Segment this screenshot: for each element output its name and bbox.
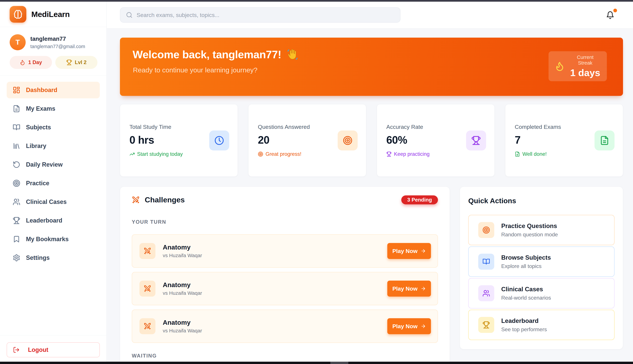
sidebar-item-leaderboard[interactable]: Leaderboard bbox=[7, 212, 100, 229]
stat-note: Well done! bbox=[515, 151, 623, 157]
quick-actions-title: Quick Actions bbox=[468, 197, 614, 205]
sidebar: MediLearn T tangleman77 tangleman77@gmai… bbox=[0, 2, 107, 362]
sidebar-profile: T tangleman77 tangleman77@gmail.com 1 Da… bbox=[0, 27, 106, 76]
stat-card-completed-exams: Completed Exams7Well done! bbox=[505, 104, 623, 176]
sidebar-item-daily-review[interactable]: Daily Review bbox=[7, 156, 100, 173]
quick-actions-list: Practice QuestionsRandom question modeBr… bbox=[468, 215, 614, 340]
sidebar-item-dashboard[interactable]: Dashboard bbox=[7, 82, 100, 98]
streak-badge-label: 1 Day bbox=[28, 60, 42, 66]
play-now-label: Play Now bbox=[392, 286, 417, 292]
sidebar-item-subjects[interactable]: Subjects bbox=[7, 119, 100, 136]
quick-action-subtitle: See top performers bbox=[501, 326, 547, 332]
challenge-icon-tile bbox=[139, 280, 155, 296]
current-streak-card: Current Streak 1 days bbox=[548, 51, 607, 81]
stat-card-accuracy-rate: Accuracy Rate60%Keep practicing bbox=[377, 104, 495, 176]
stat-note-text: Well done! bbox=[522, 151, 547, 157]
layout-dashboard-icon bbox=[13, 86, 20, 94]
sidebar-item-settings[interactable]: Settings bbox=[7, 250, 100, 266]
arrow-right-icon bbox=[421, 324, 426, 329]
quick-action-title: Leaderboard bbox=[501, 318, 547, 324]
quick-action-leaderboard[interactable]: LeaderboardSee top performers bbox=[468, 310, 614, 340]
sidebar-item-my-exams[interactable]: My Exams bbox=[7, 100, 100, 117]
sidebar-item-label: Clinical Cases bbox=[26, 198, 67, 206]
welcome-subtitle: Ready to continue your learning journey? bbox=[133, 66, 257, 74]
arrow-right-icon bbox=[421, 248, 426, 254]
quick-action-clinical-cases[interactable]: Clinical CasesReal-world scenarios bbox=[468, 278, 614, 308]
sidebar-item-library[interactable]: Library bbox=[7, 138, 100, 154]
quick-action-practice-questions[interactable]: Practice QuestionsRandom question mode bbox=[468, 215, 614, 245]
trophy-icon bbox=[471, 136, 481, 145]
sidebar-item-label: Daily Review bbox=[26, 161, 63, 168]
sidebar-header: MediLearn bbox=[0, 2, 106, 27]
waving-hand-icon bbox=[286, 48, 299, 61]
swords-icon bbox=[144, 322, 151, 330]
quick-action-title: Browse Subjects bbox=[501, 254, 551, 261]
logout-button[interactable]: Logout bbox=[7, 342, 100, 357]
play-now-button[interactable]: Play Now bbox=[387, 318, 431, 334]
users-icon bbox=[13, 198, 20, 206]
target-icon bbox=[482, 226, 490, 234]
clock-icon bbox=[214, 136, 224, 145]
stat-label: Total Study Time bbox=[129, 124, 237, 130]
streak-value: 1 days bbox=[569, 67, 601, 78]
sidebar-item-clinical-cases[interactable]: Clinical Cases bbox=[7, 194, 100, 210]
quick-action-title: Practice Questions bbox=[501, 222, 558, 230]
challenges-list: Anatomyvs Huzaifa WaqarPlay NowAnatomyvs… bbox=[132, 234, 438, 343]
streak-flame-icon bbox=[554, 61, 565, 72]
quick-actions-card: Quick Actions Practice QuestionsRandom q… bbox=[460, 186, 623, 349]
scrollbar-thumb[interactable] bbox=[330, 362, 348, 364]
challenge-opponent: vs Huzaifa Waqar bbox=[163, 290, 202, 296]
notifications-button[interactable] bbox=[606, 9, 616, 21]
streak-badge: 1 Day bbox=[10, 56, 52, 69]
streak-label: Current Streak bbox=[569, 54, 601, 66]
sidebar-item-my-bookmarks[interactable]: My Bookmarks bbox=[7, 231, 100, 248]
challenge-subject: Anatomy bbox=[163, 319, 202, 326]
stat-icon-tile bbox=[338, 130, 358, 150]
challenge-icon-tile bbox=[139, 243, 155, 259]
stat-note-text: Start studying today bbox=[137, 151, 183, 157]
bottom-bar bbox=[0, 362, 633, 364]
sidebar-item-label: My Bookmarks bbox=[26, 236, 69, 243]
swords-icon bbox=[132, 196, 140, 204]
play-now-button[interactable]: Play Now bbox=[387, 243, 431, 259]
play-now-button[interactable]: Play Now bbox=[387, 280, 431, 296]
level-badge: Lvl 2 bbox=[55, 56, 98, 69]
sidebar-nav: DashboardMy ExamsSubjectsLibraryDaily Re… bbox=[0, 76, 106, 272]
sidebar-item-label: Subjects bbox=[26, 124, 51, 131]
stats-row: Total Study Time0 hrsStart studying toda… bbox=[120, 104, 623, 176]
stat-icon-tile bbox=[594, 130, 614, 150]
stat-icon-tile bbox=[209, 130, 229, 150]
challenge-subject: Anatomy bbox=[163, 281, 202, 288]
book-open-icon bbox=[482, 258, 490, 266]
stat-note-text: Keep practicing bbox=[394, 151, 430, 157]
stat-label: Questions Answered bbox=[258, 124, 366, 130]
target-icon bbox=[343, 136, 353, 145]
sidebar-item-label: Settings bbox=[26, 254, 50, 261]
trending-up-icon bbox=[129, 152, 135, 157]
section-your-turn: YOUR TURN bbox=[132, 219, 438, 225]
challenge-row: Anatomyvs Huzaifa WaqarPlay Now bbox=[132, 310, 438, 343]
logout-icon bbox=[13, 346, 20, 353]
section-waiting: WAITING bbox=[132, 353, 438, 359]
sidebar-item-practice[interactable]: Practice bbox=[7, 175, 100, 192]
main-content: Welcome back, tangleman77! Ready to cont… bbox=[107, 28, 633, 362]
quick-action-browse-subjects[interactable]: Browse SubjectsExplore all topics bbox=[468, 246, 614, 277]
stat-label: Accuracy Rate bbox=[386, 124, 494, 130]
welcome-title: Welcome back, tangleman77! bbox=[133, 48, 281, 61]
search-input[interactable] bbox=[137, 12, 395, 18]
quick-action-icon-tile bbox=[478, 285, 494, 301]
challenge-row: Anatomyvs Huzaifa WaqarPlay Now bbox=[132, 234, 438, 268]
book-open-icon bbox=[13, 124, 20, 131]
trophy-icon bbox=[13, 217, 20, 224]
sidebar-item-label: My Exams bbox=[26, 105, 55, 112]
sidebar-item-label: Practice bbox=[26, 180, 49, 187]
challenge-opponent: vs Huzaifa Waqar bbox=[163, 328, 202, 334]
quick-action-icon-tile bbox=[478, 254, 494, 270]
library-icon bbox=[13, 142, 20, 150]
target-icon bbox=[258, 152, 263, 157]
logout-label: Logout bbox=[28, 346, 48, 353]
challenges-card: Challenges 3 Pending YOUR TURN Anatomyvs… bbox=[120, 186, 450, 362]
arrow-right-icon bbox=[421, 286, 426, 291]
quick-action-subtitle: Real-world scenarios bbox=[501, 295, 551, 301]
file-text-icon bbox=[515, 152, 520, 157]
